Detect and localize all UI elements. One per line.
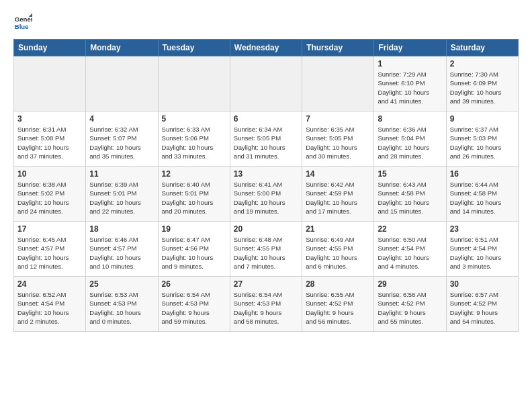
day-number: 17	[17, 224, 82, 234]
week-row-2: 3Sunrise: 6:31 AM Sunset: 5:08 PM Daylig…	[14, 111, 519, 167]
day-cell-2: 2Sunrise: 7:30 AM Sunset: 6:09 PM Daylig…	[446, 56, 518, 111]
day-number: 24	[17, 279, 82, 289]
day-info: Sunrise: 6:54 AM Sunset: 4:53 PM Dayligh…	[234, 290, 298, 326]
day-cell-15: 15Sunrise: 6:43 AM Sunset: 4:58 PM Dayli…	[374, 167, 446, 222]
day-cell-16: 16Sunrise: 6:44 AM Sunset: 4:58 PM Dayli…	[446, 167, 518, 222]
day-info: Sunrise: 6:52 AM Sunset: 4:54 PM Dayligh…	[17, 290, 82, 326]
empty-cell	[302, 56, 374, 111]
day-cell-22: 22Sunrise: 6:50 AM Sunset: 4:54 PM Dayli…	[374, 222, 446, 277]
day-cell-9: 9Sunrise: 6:37 AM Sunset: 5:03 PM Daylig…	[446, 111, 518, 167]
day-info: Sunrise: 6:42 AM Sunset: 4:59 PM Dayligh…	[306, 180, 370, 216]
day-number: 16	[450, 169, 515, 179]
day-info: Sunrise: 6:33 AM Sunset: 5:06 PM Dayligh…	[162, 125, 226, 161]
day-cell-23: 23Sunrise: 6:51 AM Sunset: 4:54 PM Dayli…	[446, 222, 518, 277]
day-number: 23	[450, 224, 515, 234]
day-cell-26: 26Sunrise: 6:54 AM Sunset: 4:53 PM Dayli…	[158, 277, 230, 332]
day-number: 20	[234, 224, 298, 234]
day-number: 11	[89, 169, 154, 179]
day-number: 6	[234, 114, 298, 124]
svg-text:Blue: Blue	[15, 23, 29, 30]
day-info: Sunrise: 6:53 AM Sunset: 4:53 PM Dayligh…	[89, 290, 154, 326]
day-info: Sunrise: 6:37 AM Sunset: 5:03 PM Dayligh…	[450, 125, 515, 161]
day-info: Sunrise: 6:41 AM Sunset: 5:00 PM Dayligh…	[234, 180, 298, 216]
day-cell-4: 4Sunrise: 6:32 AM Sunset: 5:07 PM Daylig…	[86, 111, 158, 167]
day-cell-1: 1Sunrise: 7:29 AM Sunset: 6:10 PM Daylig…	[374, 56, 446, 111]
day-cell-3: 3Sunrise: 6:31 AM Sunset: 5:08 PM Daylig…	[14, 111, 86, 167]
day-number: 30	[450, 279, 515, 289]
day-number: 18	[89, 224, 154, 234]
week-row-4: 17Sunrise: 6:45 AM Sunset: 4:57 PM Dayli…	[14, 222, 519, 277]
day-cell-5: 5Sunrise: 6:33 AM Sunset: 5:06 PM Daylig…	[158, 111, 230, 167]
day-number: 1	[378, 59, 442, 68]
day-info: Sunrise: 7:30 AM Sunset: 6:09 PM Dayligh…	[450, 70, 515, 105]
day-info: Sunrise: 6:51 AM Sunset: 4:54 PM Dayligh…	[450, 235, 515, 271]
page: General Blue SundayMondayTuesdayWednesda…	[0, 0, 532, 338]
day-number: 27	[234, 279, 298, 289]
day-info: Sunrise: 7:29 AM Sunset: 6:10 PM Dayligh…	[378, 70, 442, 105]
day-number: 15	[378, 169, 442, 179]
weekday-header-sunday: Sunday	[14, 40, 86, 56]
empty-cell	[230, 56, 302, 111]
day-info: Sunrise: 6:31 AM Sunset: 5:08 PM Dayligh…	[17, 125, 82, 161]
day-info: Sunrise: 6:48 AM Sunset: 4:55 PM Dayligh…	[234, 235, 298, 271]
day-number: 29	[378, 279, 442, 289]
day-cell-12: 12Sunrise: 6:40 AM Sunset: 5:01 PM Dayli…	[158, 167, 230, 222]
day-cell-11: 11Sunrise: 6:39 AM Sunset: 5:01 PM Dayli…	[86, 167, 158, 222]
logo: General Blue	[13, 12, 32, 31]
day-cell-7: 7Sunrise: 6:35 AM Sunset: 5:05 PM Daylig…	[302, 111, 374, 167]
calendar-body: 1Sunrise: 7:29 AM Sunset: 6:10 PM Daylig…	[14, 56, 519, 332]
day-number: 19	[162, 224, 226, 234]
day-number: 2	[450, 59, 515, 68]
day-cell-10: 10Sunrise: 6:38 AM Sunset: 5:02 PM Dayli…	[14, 167, 86, 222]
day-info: Sunrise: 6:45 AM Sunset: 4:57 PM Dayligh…	[17, 235, 82, 271]
day-number: 21	[306, 224, 370, 234]
logo-icon: General Blue	[13, 12, 32, 31]
day-info: Sunrise: 6:56 AM Sunset: 4:52 PM Dayligh…	[378, 290, 442, 326]
day-info: Sunrise: 6:40 AM Sunset: 5:01 PM Dayligh…	[162, 180, 226, 216]
day-info: Sunrise: 6:34 AM Sunset: 5:05 PM Dayligh…	[234, 125, 298, 161]
day-info: Sunrise: 6:32 AM Sunset: 5:07 PM Dayligh…	[89, 125, 154, 161]
day-cell-27: 27Sunrise: 6:54 AM Sunset: 4:53 PM Dayli…	[230, 277, 302, 332]
day-number: 4	[89, 114, 154, 124]
day-cell-21: 21Sunrise: 6:49 AM Sunset: 4:55 PM Dayli…	[302, 222, 374, 277]
day-cell-30: 30Sunrise: 6:57 AM Sunset: 4:52 PM Dayli…	[446, 277, 518, 332]
day-info: Sunrise: 6:44 AM Sunset: 4:58 PM Dayligh…	[450, 180, 515, 216]
day-number: 22	[378, 224, 442, 234]
day-info: Sunrise: 6:36 AM Sunset: 5:04 PM Dayligh…	[378, 125, 442, 161]
day-cell-14: 14Sunrise: 6:42 AM Sunset: 4:59 PM Dayli…	[302, 167, 374, 222]
empty-cell	[86, 56, 158, 111]
weekday-header-tuesday: Tuesday	[158, 40, 230, 56]
calendar-table: SundayMondayTuesdayWednesdayThursdayFrid…	[13, 39, 519, 332]
day-cell-17: 17Sunrise: 6:45 AM Sunset: 4:57 PM Dayli…	[14, 222, 86, 277]
day-number: 12	[162, 169, 226, 179]
day-info: Sunrise: 6:50 AM Sunset: 4:54 PM Dayligh…	[378, 235, 442, 271]
day-number: 7	[306, 114, 370, 124]
weekday-header-thursday: Thursday	[302, 40, 374, 56]
day-number: 25	[89, 279, 154, 289]
day-cell-8: 8Sunrise: 6:36 AM Sunset: 5:04 PM Daylig…	[374, 111, 446, 167]
day-number: 13	[234, 169, 298, 179]
day-number: 28	[306, 279, 370, 289]
day-cell-20: 20Sunrise: 6:48 AM Sunset: 4:55 PM Dayli…	[230, 222, 302, 277]
day-number: 9	[450, 114, 515, 124]
day-number: 5	[162, 114, 226, 124]
weekday-row: SundayMondayTuesdayWednesdayThursdayFrid…	[14, 40, 519, 56]
day-info: Sunrise: 6:55 AM Sunset: 4:52 PM Dayligh…	[306, 290, 370, 326]
weekday-header-wednesday: Wednesday	[230, 40, 302, 56]
day-number: 3	[17, 114, 82, 124]
day-number: 10	[17, 169, 82, 179]
day-info: Sunrise: 6:54 AM Sunset: 4:53 PM Dayligh…	[162, 290, 226, 326]
day-info: Sunrise: 6:43 AM Sunset: 4:58 PM Dayligh…	[378, 180, 442, 216]
day-info: Sunrise: 6:35 AM Sunset: 5:05 PM Dayligh…	[306, 125, 370, 161]
header: General Blue	[13, 12, 519, 31]
day-cell-24: 24Sunrise: 6:52 AM Sunset: 4:54 PM Dayli…	[14, 277, 86, 332]
day-info: Sunrise: 6:57 AM Sunset: 4:52 PM Dayligh…	[450, 290, 515, 326]
day-info: Sunrise: 6:39 AM Sunset: 5:01 PM Dayligh…	[89, 180, 154, 216]
day-cell-28: 28Sunrise: 6:55 AM Sunset: 4:52 PM Dayli…	[302, 277, 374, 332]
day-info: Sunrise: 6:49 AM Sunset: 4:55 PM Dayligh…	[306, 235, 370, 271]
calendar-header: SundayMondayTuesdayWednesdayThursdayFrid…	[14, 40, 519, 56]
day-cell-25: 25Sunrise: 6:53 AM Sunset: 4:53 PM Dayli…	[86, 277, 158, 332]
day-number: 8	[378, 114, 442, 124]
day-cell-13: 13Sunrise: 6:41 AM Sunset: 5:00 PM Dayli…	[230, 167, 302, 222]
day-cell-29: 29Sunrise: 6:56 AM Sunset: 4:52 PM Dayli…	[374, 277, 446, 332]
